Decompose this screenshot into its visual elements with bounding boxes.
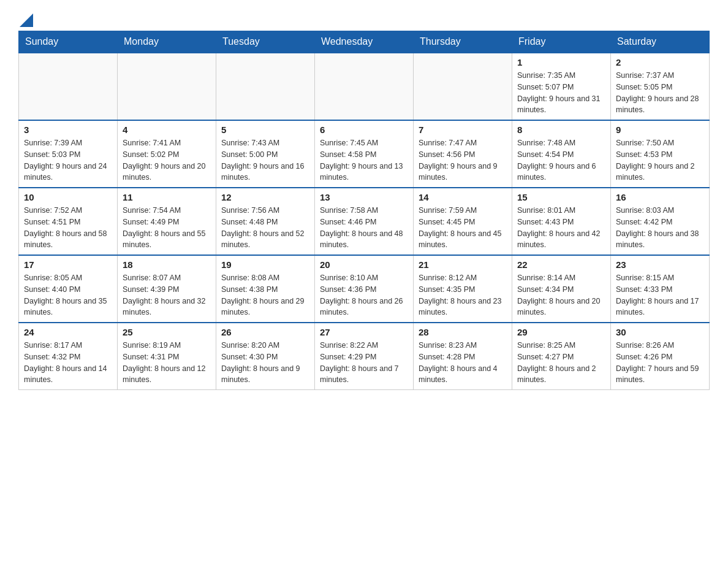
week-row-1: 1Sunrise: 7:35 AMSunset: 5:07 PMDaylight… bbox=[19, 53, 710, 120]
day-info: Sunrise: 8:01 AMSunset: 4:43 PMDaylight:… bbox=[517, 205, 605, 251]
day-number: 2 bbox=[616, 57, 704, 67]
header-friday: Friday bbox=[512, 31, 611, 53]
day-number: 17 bbox=[24, 259, 112, 270]
day-info: Sunrise: 7:48 AMSunset: 4:54 PMDaylight:… bbox=[517, 137, 605, 183]
calendar-cell: 25Sunrise: 8:19 AMSunset: 4:31 PMDayligh… bbox=[118, 323, 216, 390]
calendar-cell: 2Sunrise: 7:37 AMSunset: 5:05 PMDaylight… bbox=[611, 53, 710, 120]
day-info: Sunrise: 7:47 AMSunset: 4:56 PMDaylight:… bbox=[419, 137, 507, 183]
calendar-cell: 16Sunrise: 8:03 AMSunset: 4:42 PMDayligh… bbox=[611, 188, 710, 255]
day-info: Sunrise: 8:05 AMSunset: 4:40 PMDaylight:… bbox=[24, 272, 112, 318]
logo bbox=[18, 12, 33, 25]
calendar-cell bbox=[315, 53, 414, 120]
calendar-cell: 28Sunrise: 8:23 AMSunset: 4:28 PMDayligh… bbox=[414, 323, 512, 390]
calendar-cell: 29Sunrise: 8:25 AMSunset: 4:27 PMDayligh… bbox=[512, 323, 611, 390]
calendar-cell: 8Sunrise: 7:48 AMSunset: 4:54 PMDaylight… bbox=[512, 120, 611, 188]
header-monday: Monday bbox=[118, 31, 216, 53]
day-info: Sunrise: 8:14 AMSunset: 4:34 PMDaylight:… bbox=[517, 272, 605, 318]
day-number: 20 bbox=[320, 259, 408, 270]
day-number: 21 bbox=[419, 259, 507, 270]
day-info: Sunrise: 8:10 AMSunset: 4:36 PMDaylight:… bbox=[320, 272, 408, 318]
calendar-cell: 18Sunrise: 8:07 AMSunset: 4:39 PMDayligh… bbox=[118, 255, 216, 323]
day-info: Sunrise: 7:59 AMSunset: 4:45 PMDaylight:… bbox=[419, 205, 507, 251]
day-number: 23 bbox=[616, 259, 704, 270]
day-number: 5 bbox=[221, 124, 309, 135]
day-info: Sunrise: 8:12 AMSunset: 4:35 PMDaylight:… bbox=[419, 272, 507, 318]
logo-triangle-icon bbox=[20, 13, 33, 27]
day-number: 27 bbox=[320, 327, 408, 337]
calendar-cell: 13Sunrise: 7:58 AMSunset: 4:46 PMDayligh… bbox=[315, 188, 414, 255]
day-info: Sunrise: 8:15 AMSunset: 4:33 PMDaylight:… bbox=[616, 272, 704, 318]
day-info: Sunrise: 7:58 AMSunset: 4:46 PMDaylight:… bbox=[320, 205, 408, 251]
svg-marker-0 bbox=[20, 13, 33, 27]
day-info: Sunrise: 7:37 AMSunset: 5:05 PMDaylight:… bbox=[616, 70, 704, 116]
calendar-cell: 26Sunrise: 8:20 AMSunset: 4:30 PMDayligh… bbox=[216, 323, 315, 390]
header-saturday: Saturday bbox=[611, 31, 710, 53]
day-number: 25 bbox=[123, 327, 211, 337]
calendar-cell: 22Sunrise: 8:14 AMSunset: 4:34 PMDayligh… bbox=[512, 255, 611, 323]
day-info: Sunrise: 7:43 AMSunset: 5:00 PMDaylight:… bbox=[221, 137, 309, 183]
calendar-cell bbox=[414, 53, 512, 120]
day-number: 13 bbox=[320, 192, 408, 202]
day-number: 3 bbox=[24, 124, 112, 135]
day-number: 1 bbox=[517, 57, 605, 67]
header-wednesday: Wednesday bbox=[315, 31, 414, 53]
day-info: Sunrise: 8:22 AMSunset: 4:29 PMDaylight:… bbox=[320, 340, 408, 386]
day-info: Sunrise: 8:26 AMSunset: 4:26 PMDaylight:… bbox=[616, 340, 704, 386]
day-info: Sunrise: 7:52 AMSunset: 4:51 PMDaylight:… bbox=[24, 205, 112, 251]
day-info: Sunrise: 8:20 AMSunset: 4:30 PMDaylight:… bbox=[221, 340, 309, 386]
day-number: 24 bbox=[24, 327, 112, 337]
day-number: 9 bbox=[616, 124, 704, 135]
week-row-4: 17Sunrise: 8:05 AMSunset: 4:40 PMDayligh… bbox=[19, 255, 710, 323]
calendar-cell: 20Sunrise: 8:10 AMSunset: 4:36 PMDayligh… bbox=[315, 255, 414, 323]
calendar-cell bbox=[19, 53, 118, 120]
day-info: Sunrise: 7:56 AMSunset: 4:48 PMDaylight:… bbox=[221, 205, 309, 251]
calendar-cell: 9Sunrise: 7:50 AMSunset: 4:53 PMDaylight… bbox=[611, 120, 710, 188]
day-number: 12 bbox=[221, 192, 309, 202]
day-info: Sunrise: 7:41 AMSunset: 5:02 PMDaylight:… bbox=[123, 137, 211, 183]
calendar-cell: 15Sunrise: 8:01 AMSunset: 4:43 PMDayligh… bbox=[512, 188, 611, 255]
day-number: 22 bbox=[517, 259, 605, 270]
day-info: Sunrise: 7:35 AMSunset: 5:07 PMDaylight:… bbox=[517, 70, 605, 116]
calendar-cell: 21Sunrise: 8:12 AMSunset: 4:35 PMDayligh… bbox=[414, 255, 512, 323]
day-info: Sunrise: 8:03 AMSunset: 4:42 PMDaylight:… bbox=[616, 205, 704, 251]
day-number: 4 bbox=[123, 124, 211, 135]
week-row-5: 24Sunrise: 8:17 AMSunset: 4:32 PMDayligh… bbox=[19, 323, 710, 390]
calendar-cell: 11Sunrise: 7:54 AMSunset: 4:49 PMDayligh… bbox=[118, 188, 216, 255]
week-row-3: 10Sunrise: 7:52 AMSunset: 4:51 PMDayligh… bbox=[19, 188, 710, 255]
calendar-cell: 14Sunrise: 7:59 AMSunset: 4:45 PMDayligh… bbox=[414, 188, 512, 255]
calendar-cell: 7Sunrise: 7:47 AMSunset: 4:56 PMDaylight… bbox=[414, 120, 512, 188]
day-number: 19 bbox=[221, 259, 309, 270]
day-number: 10 bbox=[24, 192, 112, 202]
day-info: Sunrise: 7:45 AMSunset: 4:58 PMDaylight:… bbox=[320, 137, 408, 183]
calendar-table: SundayMondayTuesdayWednesdayThursdayFrid… bbox=[18, 31, 710, 390]
calendar-cell: 30Sunrise: 8:26 AMSunset: 4:26 PMDayligh… bbox=[611, 323, 710, 390]
day-number: 7 bbox=[419, 124, 507, 135]
day-number: 26 bbox=[221, 327, 309, 337]
calendar-cell: 4Sunrise: 7:41 AMSunset: 5:02 PMDaylight… bbox=[118, 120, 216, 188]
calendar-cell: 1Sunrise: 7:35 AMSunset: 5:07 PMDaylight… bbox=[512, 53, 611, 120]
day-number: 15 bbox=[517, 192, 605, 202]
day-number: 14 bbox=[419, 192, 507, 202]
day-number: 18 bbox=[123, 259, 211, 270]
page-header bbox=[18, 12, 710, 25]
day-info: Sunrise: 8:08 AMSunset: 4:38 PMDaylight:… bbox=[221, 272, 309, 318]
calendar-cell: 3Sunrise: 7:39 AMSunset: 5:03 PMDaylight… bbox=[19, 120, 118, 188]
calendar-cell: 17Sunrise: 8:05 AMSunset: 4:40 PMDayligh… bbox=[19, 255, 118, 323]
calendar-cell: 24Sunrise: 8:17 AMSunset: 4:32 PMDayligh… bbox=[19, 323, 118, 390]
calendar-cell bbox=[118, 53, 216, 120]
day-number: 29 bbox=[517, 327, 605, 337]
day-number: 16 bbox=[616, 192, 704, 202]
calendar-cell: 12Sunrise: 7:56 AMSunset: 4:48 PMDayligh… bbox=[216, 188, 315, 255]
day-info: Sunrise: 7:54 AMSunset: 4:49 PMDaylight:… bbox=[123, 205, 211, 251]
day-info: Sunrise: 7:39 AMSunset: 5:03 PMDaylight:… bbox=[24, 137, 112, 183]
calendar-cell: 5Sunrise: 7:43 AMSunset: 5:00 PMDaylight… bbox=[216, 120, 315, 188]
calendar-cell: 10Sunrise: 7:52 AMSunset: 4:51 PMDayligh… bbox=[19, 188, 118, 255]
day-info: Sunrise: 8:17 AMSunset: 4:32 PMDaylight:… bbox=[24, 340, 112, 386]
calendar-header-row: SundayMondayTuesdayWednesdayThursdayFrid… bbox=[19, 31, 710, 53]
day-info: Sunrise: 7:50 AMSunset: 4:53 PMDaylight:… bbox=[616, 137, 704, 183]
day-number: 8 bbox=[517, 124, 605, 135]
day-number: 28 bbox=[419, 327, 507, 337]
day-number: 11 bbox=[123, 192, 211, 202]
calendar-cell: 27Sunrise: 8:22 AMSunset: 4:29 PMDayligh… bbox=[315, 323, 414, 390]
calendar-cell: 6Sunrise: 7:45 AMSunset: 4:58 PMDaylight… bbox=[315, 120, 414, 188]
